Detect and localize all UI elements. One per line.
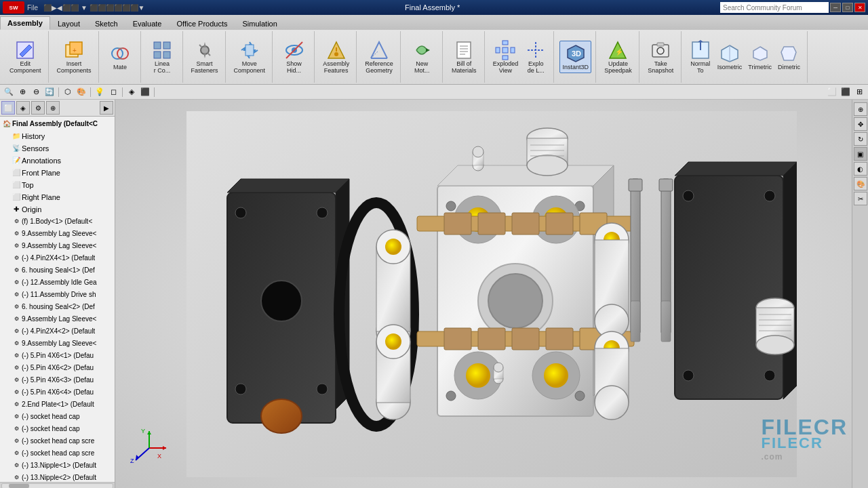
minimize-button[interactable]: ─ [830,3,841,12]
tab-office-products[interactable]: Office Products [169,16,235,30]
tree-item-lag3[interactable]: ⚙ 9.Assembly Lag Sleeve< [0,313,115,325]
tree-item-origin[interactable]: ✚ Origin [0,203,115,216]
menu-file[interactable]: File [27,4,38,12]
tree-item-lag4[interactable]: ⚙ 9.Assembly Lag Sleeve< [0,338,115,350]
exploded-view-button[interactable]: ExplodedView [490,37,521,77]
tree-item-body1[interactable]: ⚙ (f) 1.Body<1> (Default< [0,216,115,228]
tree-item-annotations[interactable]: 📝 Annotations [0,155,115,167]
display-ctrl-button[interactable]: ◐ [854,162,867,176]
drive1-icon: ⚙ [11,289,22,300]
svg-rect-92 [512,328,539,350]
section-view-button[interactable]: ⬛ [139,86,151,98]
tab-layout[interactable]: Layout [50,16,87,30]
linear-component-button[interactable]: Linear Co... [149,37,176,77]
sidebar-arrow[interactable]: ▶ [100,101,113,115]
svg-rect-31 [496,47,500,53]
display-style-button[interactable]: ⬡ [62,86,74,98]
tree-item-top-plane[interactable]: ⬜ Top [0,179,115,191]
view-cube-button[interactable]: ▣ [854,147,867,161]
hide-show-button[interactable]: ◈ [125,86,138,98]
assembly-features-button[interactable]: AssemblyFeatures [320,37,352,77]
property-manager-tab[interactable]: ◈ [16,101,30,115]
show-hide-button[interactable]: ShowHid... [281,37,308,77]
zoom-ctrl-button[interactable]: ⊕ [854,102,867,116]
tree-item-pin1[interactable]: ⚙ (-) 4.Pin2X4<1> (Default [0,252,115,264]
new-motion-button[interactable]: NewMot... [408,37,435,77]
tab-evaluate[interactable]: Evaluate [125,16,170,30]
tree-item-screw1[interactable]: ⚙ (-) socket head cap [0,411,115,423]
lighting-button[interactable]: 💡 [94,86,106,98]
viewport[interactable]: X Y Z FILECR FILECR .com ⊕ ✥ ↻ ▣ ◐ 🎨 ✂ [115,100,868,488]
tree-item-pin2[interactable]: ⚙ (-) 4.Pin2X4<2> (Default [0,325,115,338]
explode-line-button[interactable]: Explode L... [522,37,549,77]
ribbon-group-views: NormalTo Isometric Trimetric [683,31,808,83]
explode-line-icon [525,39,547,61]
tab-simulation[interactable]: Simulation [235,16,284,30]
tree-item-pin4x6-4[interactable]: ⚙ (-) 5.Pin 4X6<4> (Defau [0,386,115,399]
zoom-out-button[interactable]: ⊖ [30,86,42,98]
tree-item-history[interactable]: 📁 History [0,130,115,142]
tab-assembly[interactable]: Assembly [0,16,50,30]
tree-item-nipple2[interactable]: ⚙ (-) 13.Nipple<2> (Default [0,472,115,482]
tree-item-endplate[interactable]: ⚙ 2.End Plate<1> (Default [0,399,115,411]
tree-scrollbar-h[interactable] [0,482,115,488]
tree-item-gear1[interactable]: ⚙ (-) 12.Assembly Idle Gea [0,277,115,289]
dimetric-button[interactable]: Dimetric [775,41,803,73]
update-speedpak-button[interactable]: ⚡ UpdateSpeedpak [601,37,635,77]
pin4x6-4-icon: ⚙ [11,387,22,398]
mate-button[interactable]: Mate [106,41,134,73]
reference-geometry-button[interactable]: ReferenceGeometry [362,37,396,77]
svg-line-20 [286,42,302,58]
isometric-button[interactable]: Isometric [715,41,745,73]
tree-item-lag2[interactable]: ⚙ 9.Assembly Lag Sleeve< [0,240,115,252]
tree-item-lag1[interactable]: ⚙ 9.Assembly Lag Sleeve< [0,228,115,240]
appearances-button[interactable]: 🎨 [75,86,87,98]
rotate-ctrl-button[interactable]: ↻ [854,132,867,146]
move-component-button[interactable]: MoveComponent [231,37,269,77]
close-button[interactable]: ✕ [854,3,865,12]
split-horizontal-button[interactable]: ⬜ [826,86,838,98]
tree-item-pin4x6-3[interactable]: ⚙ (-) 5.Pin 4X6<3> (Defau [0,374,115,386]
end-plate-right [675,162,797,399]
feature-manager-tab[interactable]: ⬜ [1,101,15,115]
trimetric-button[interactable]: Trimetric [745,41,774,73]
tree-item-right-plane[interactable]: ⬜ Right Plane [0,191,115,203]
tree-item-seal2[interactable]: ⚙ 6. housing Seal<2> (Def [0,301,115,313]
tree-item-screw3[interactable]: ⚙ (-) socket head cap scre [0,435,115,447]
smart-fasteners-button[interactable]: SmartFasteners [189,37,221,77]
svg-rect-106 [659,179,673,191]
tree-item-pin4x6-2[interactable]: ⚙ (-) 5.Pin 4X6<2> (Defau [0,362,115,374]
tree-item-sensors[interactable]: 📡 Sensors [0,142,115,155]
edit-component-button[interactable]: EditComponent [7,37,44,77]
scene-button[interactable]: ◻ [107,86,119,98]
svg-marker-13 [203,42,206,47]
tree-item-drive1[interactable]: ⚙ (-) 11.Assembly Drive sh [0,289,115,301]
tree-item-nipple1[interactable]: ⚙ (-) 13.Nipple<1> (Default [0,460,115,472]
insert-components-button[interactable]: + InsertComponents [54,37,94,77]
tab-sketch[interactable]: Sketch [87,16,125,30]
tree-item-screw4[interactable]: ⚙ (-) socket head cap scre [0,447,115,460]
scroll-thumb[interactable] [9,484,29,488]
take-snapshot-button[interactable]: TakeSnapshot [645,37,676,77]
zoom-in-button[interactable]: ⊕ [16,86,28,98]
tree-item-pin4x6-1[interactable]: ⚙ (-) 5.Pin 4X6<1> (Defau [0,350,115,362]
search-input[interactable] [720,2,829,13]
normal-to-button[interactable]: NormalTo [687,37,714,77]
bill-of-materials-button[interactable]: Bill ofMaterials [449,37,479,77]
config-manager-tab[interactable]: ⚙ [31,101,45,115]
svg-rect-32 [511,47,515,53]
rotate-button[interactable]: 🔄 [43,86,56,98]
instant3d-button[interactable]: 3D Instant3D [559,41,591,73]
zoom-to-fit-button[interactable]: 🔍 [3,86,15,98]
tree-root[interactable]: 🏠 Final Assembly (Default<C [0,118,115,130]
pan-ctrl-button[interactable]: ✥ [854,117,867,131]
tree-item-front-plane[interactable]: ⬜ Front Plane [0,167,115,179]
4view-button[interactable]: ⊞ [853,86,865,98]
dim-expert-tab[interactable]: ⊕ [46,101,60,115]
split-vertical-button[interactable]: ⬛ [840,86,852,98]
section-ctrl-button[interactable]: ✂ [854,192,867,205]
tree-item-seal1[interactable]: ⚙ 6. housing Seal<1> (Def [0,264,115,277]
tree-item-screw2[interactable]: ⚙ (-) socket head cap [0,423,115,435]
color-ctrl-button[interactable]: 🎨 [854,177,867,190]
maximize-button[interactable]: □ [842,3,853,12]
